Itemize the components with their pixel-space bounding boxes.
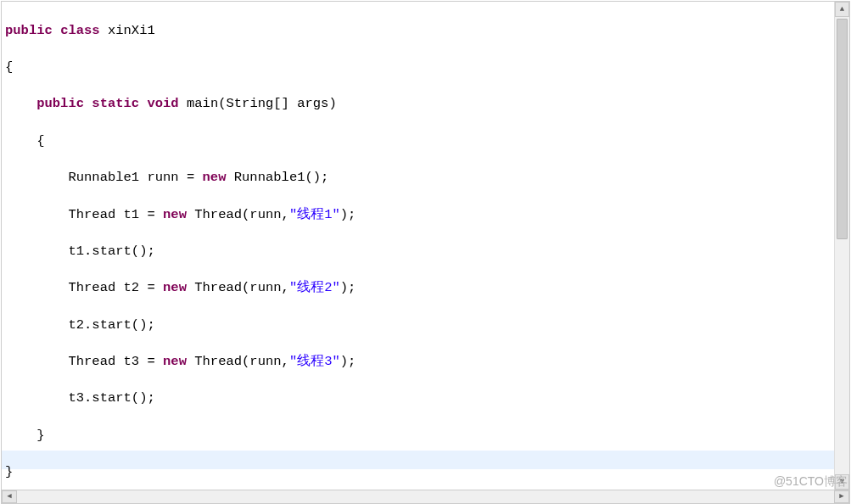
code-line: { (5, 132, 831, 151)
scroll-right-button[interactable]: ▶ (834, 490, 849, 503)
code-line: public class xinXi1 (5, 22, 831, 41)
code-line: } (5, 427, 831, 445)
code-line: public static void main(String[] args) (5, 95, 831, 114)
code-line: t1.start(); (5, 243, 831, 261)
code-line: t3.start(); (5, 389, 831, 408)
scroll-left-button[interactable]: ◀ (2, 490, 17, 503)
code-line: Thread t2 = new Thread(runn,"线程2"); (5, 279, 831, 298)
code-line: t2.start(); (5, 316, 831, 335)
vertical-scrollbar[interactable]: ▲ ▼ (834, 2, 849, 490)
code-line: Thread t3 = new Thread(runn,"线程3"); (5, 353, 831, 372)
horizontal-scrollbar[interactable]: ◀ ▶ (1, 490, 850, 504)
code-line: Thread t1 = new Thread(runn,"线程1"); (5, 206, 831, 225)
scroll-down-button[interactable]: ▼ (835, 474, 849, 490)
code-line: { (5, 59, 831, 77)
scroll-up-button[interactable]: ▲ (835, 2, 849, 17)
scroll-thumb[interactable] (837, 19, 848, 239)
code-editor: public class xinXi1 { public static void… (1, 1, 850, 490)
code-area[interactable]: public class xinXi1 { public static void… (2, 2, 834, 490)
code-line: Runnable1 runn = new Runnable1(); (5, 169, 831, 188)
code-line: } (5, 463, 831, 482)
